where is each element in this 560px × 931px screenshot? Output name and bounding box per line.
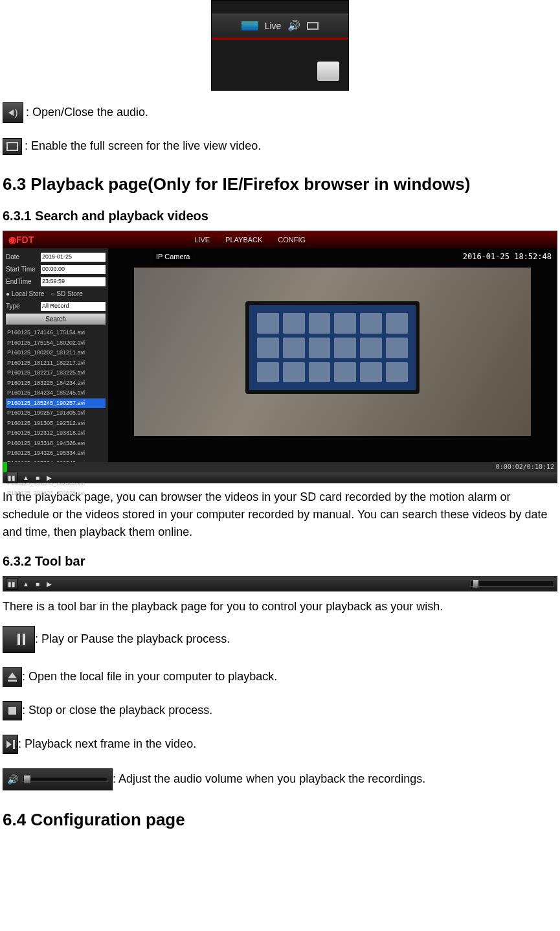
vol-desc-text: : Adjust the audio volume when you playb… [113,772,425,785]
end-time-input[interactable]: 23:59:59 [41,277,106,286]
play-pause-icon [3,626,35,653]
stop-desc-line: : Stop or close the playback process. [3,701,557,720]
audio-toggle-icon [3,102,23,123]
timebar-counter: 0:00:02/0:10:12 [496,462,554,472]
fullscreen-icon [307,22,319,30]
playback-top-nav: ◉FDT LIVE PLAYBACK CONFIG [3,231,557,248]
sd-store-radio[interactable]: ○ SD Store [50,289,82,299]
end-time-label: EndTime [6,277,38,286]
audio-description-line: : Open/Close the audio. [3,102,557,123]
live-label: Live [265,19,282,33]
play-pause-button[interactable]: ▮▮ [6,472,17,483]
fullscreen-desc-text: : Enable the full screen for the live vi… [25,139,261,152]
nav-live[interactable]: LIVE [194,235,210,246]
play-desc-line: : Play or Pause the playback process. [3,626,557,653]
heading-6-4: 6.4 Configuration page [3,807,557,833]
volume-slider-icon: 🔊 [3,768,113,790]
nav-playback[interactable]: PLAYBACK [225,235,262,246]
date-input[interactable]: 2016-01-25 [41,253,106,262]
vol-desc-line: 🔊: Adjust the audio volume when you play… [3,768,557,790]
live-indicator-icon [241,21,258,30]
open-file-button[interactable]: ▲ [23,580,29,587]
stop-icon [3,701,22,720]
playback-page-screenshot: ◉FDT LIVE PLAYBACK CONFIG Date2016-01-25… [3,231,557,483]
file-list-item[interactable]: P160125_174146_175154.avi [6,328,106,338]
open-desc-line: : Open the local file in your computer t… [3,667,557,687]
next-frame-button[interactable]: ▶ [46,474,52,481]
playback-timebar[interactable]: 0:00:02/0:10:12 [3,462,557,472]
next-frame-icon [3,735,18,754]
local-store-radio[interactable]: ● Local Store [6,289,44,299]
file-list-item[interactable]: P160125_184234_185245.avi [6,388,106,398]
start-time-input[interactable]: 00:00:00 [41,265,106,274]
heading-6-3-1: 6.3.1 Search and playback videos [3,206,557,225]
heading-6-3: 6.3 Playback page(Only for IE/Firefox br… [3,172,557,197]
stop-button[interactable]: ■ [34,580,41,587]
type-label: Type [6,301,38,311]
next-frame-button[interactable]: ▶ [46,580,52,587]
file-list-item[interactable]: P160125_183225_184234.avi [6,378,106,389]
playback-video-area: IP Camera 2016-01-25 18:52:48 [108,248,557,462]
open-file-button[interactable]: ▲ [23,474,29,481]
video-timestamp: 2016-01-25 18:52:48 [463,251,552,262]
file-list-item[interactable]: P160125_190257_191305.avi [6,408,106,419]
nav-config[interactable]: CONFIG [278,235,306,246]
live-toolbar-screenshot: Live 🔊 [211,0,349,91]
file-list-item[interactable]: P160125_194326_195334.avi [6,448,106,459]
play-pause-button[interactable]: ▮▮ [6,578,17,590]
type-select[interactable]: All Record [41,302,106,311]
start-time-label: Start Time [6,264,38,274]
search-button[interactable]: Search [6,314,106,325]
toolbar-paragraph: There is a tool bar in the playback page… [3,598,557,615]
file-list-item[interactable]: P160125_175154_180202.avi [6,338,106,349]
fullscreen-toggle-icon [3,138,22,155]
play-desc-text: : Play or Pause the playback process. [35,632,230,645]
file-list-item[interactable]: P160125_181211_182217.avi [6,358,106,369]
date-label: Date [6,252,38,262]
next-desc-text: : Playback next frame in the video. [18,737,196,750]
file-list-item[interactable]: P160125_185245_190257.avi [6,398,106,409]
fullscreen-description-line: : Enable the full screen for the live vi… [3,137,557,155]
file-list-item[interactable]: P160125_192312_193318.avi [6,428,106,439]
open-desc-text: : Open the local file in your computer t… [22,670,277,683]
toolbar-screenshot: ▮▮ ▲ ■ ▶ [3,576,557,592]
file-list-item[interactable]: P160125_180202_181211.avi [6,348,106,358]
file-list-item[interactable]: P160125_193318_194326.avi [6,439,106,449]
file-list-item[interactable]: P160125_202403_202628.avi [6,488,106,499]
stop-button[interactable]: ■ [34,474,41,481]
file-list-item[interactable]: P160125_182217_183225.avi [6,368,106,378]
speaker-icon: 🔊 [287,18,300,34]
playback-sidebar: Date2016-01-25 Start Time00:00:00 EndTim… [3,248,108,462]
playback-toolbar-embedded: ▮▮ ▲ ■ ▶ [3,472,557,483]
stop-desc-text: : Stop or close the playback process. [22,704,212,717]
next-desc-line: : Playback next frame in the video. [3,735,557,754]
camera-label: IP Camera [153,251,192,263]
audio-desc-text: : Open/Close the audio. [26,106,148,119]
brand-logo: ◉FDT [3,233,39,247]
volume-slider[interactable] [470,580,554,587]
file-list-item[interactable]: P160125_191305_192312.avi [6,419,106,429]
heading-6-3-2: 6.3.2 Tool bar [3,551,557,571]
open-file-icon [3,667,22,687]
sd-card-icon [317,62,339,81]
